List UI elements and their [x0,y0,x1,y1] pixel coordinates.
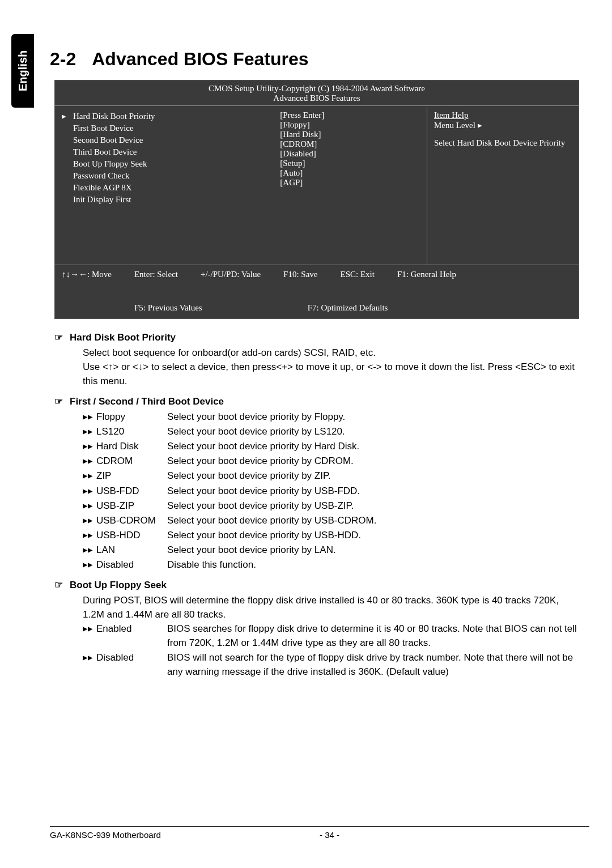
double-arrow-icon: ▸▸ [83,484,96,498]
footer-page-number: - 34 - [320,830,589,840]
option-row: ▸▸USB-ZIPSelect your boot device priorit… [83,499,579,513]
help-text: Select Hard Disk Boot Device Priority [434,138,572,148]
option-name: Disabled [96,650,167,665]
section-boot-up-floppy: ☞ Boot Up Floppy Seek During POST, BIOS … [54,578,579,679]
option-row: ▸▸USB-FDDSelect your boot device priorit… [83,484,579,498]
menu-level: Menu Level▸ [434,120,572,130]
option-desc: Select your boot device priority by ZIP. [167,469,579,483]
bios-copyright: CMOS Setup Utility-Copyright (C) 1984-20… [55,84,579,93]
bios-header: CMOS Setup Utility-Copyright (C) 1984-20… [55,80,579,106]
footer-value: +/-/PU/PD: Value [201,270,261,279]
option-row: ▸▸EnabledBIOS searches for floppy disk d… [83,622,579,650]
language-tab: English [11,34,34,108]
double-arrow-icon: ▸▸ [83,558,96,572]
item-help-title: Item Help [434,110,572,120]
footer-help: F1: General Help [397,270,456,279]
option-desc: Select your boot device priority by USB-… [167,499,579,513]
double-arrow-icon: ▸▸ [83,513,96,527]
option-name: USB-HDD [96,528,167,542]
option-name: CDROM [96,454,167,468]
double-arrow-icon: ▸▸ [83,439,96,453]
bios-item: Init Display First [62,194,273,206]
option-list: ▸▸EnabledBIOS searches for floppy disk d… [83,622,579,679]
section-body: Select boot sequence for onboard(or add-… [83,346,579,388]
bios-item-value: [Auto] [280,168,427,178]
option-desc: Select your boot device priority by LAN. [167,543,579,557]
bios-item-value: [CDROM] [280,139,427,149]
bios-mid-column: [Press Enter] [Floppy] [Hard Disk] [CDRO… [280,106,427,265]
chevron-right-icon: ▸ [478,120,482,130]
option-desc: BIOS will not search for the type of flo… [167,650,579,679]
option-desc: Select your boot device priority by Flop… [167,410,579,424]
option-name: Hard Disk [96,439,167,453]
option-name: ZIP [96,469,167,483]
bios-subtitle: Advanced BIOS Features [55,93,579,103]
option-name: LS120 [96,424,167,439]
section-hard-disk-boot: ☞ Hard Disk Boot Priority Select boot se… [54,330,579,389]
option-desc: Select your boot device priority by LS12… [167,424,579,439]
bios-help-column: Item Help Menu Level▸ Select Hard Disk B… [427,106,579,265]
option-row: ▸▸DisabledDisable this function. [83,558,579,572]
footer-move: ↑↓→←: Move [62,270,112,279]
option-desc: BIOS searches for floppy disk drive to d… [167,622,579,650]
option-row: ▸▸DisabledBIOS will not search for the t… [83,650,579,679]
option-row: ▸▸FloppySelect your boot device priority… [83,410,579,424]
option-desc: Select your boot device priority by Hard… [167,439,579,453]
bios-item: ▸Hard Disk Boot Priority [62,110,273,122]
bios-item-label: Flexible AGP 8X [73,182,132,194]
explanations: ☞ Hard Disk Boot Priority Select boot se… [54,330,579,679]
bios-footer: ↑↓→←: Move Enter: Select +/-/PU/PD: Valu… [55,265,579,318]
section-heading: 2-2 Advanced BIOS Features [50,49,589,70]
bios-screenshot: CMOS Setup Utility-Copyright (C) 1984-20… [54,80,579,319]
bios-item: Second Boot Device [62,134,273,146]
option-row: ▸▸ZIPSelect your boot device priority by… [83,469,579,483]
footer-esc: ESC: Exit [341,270,375,279]
double-arrow-icon: ▸▸ [83,424,96,439]
section-title: First / Second / Third Boot Device [70,394,224,409]
double-arrow-icon: ▸▸ [83,543,96,557]
option-name: Floppy [96,410,167,424]
page-content: 2-2 Advanced BIOS Features CMOS Setup Ut… [50,49,589,685]
pointer-icon: ▸ [62,110,69,122]
option-row: ▸▸Hard DiskSelect your boot device prior… [83,439,579,453]
bios-item-value: [Floppy] [280,120,427,130]
footer-defaults: F7: Optimized Defaults [308,303,388,313]
paragraph: Select boot sequence for onboard(or add-… [83,346,579,360]
option-list: ▸▸FloppySelect your boot device priority… [83,410,579,572]
option-name: Enabled [96,622,167,636]
bios-item-label: Second Boot Device [73,134,143,146]
heading-number: 2-2 [50,49,76,70]
double-arrow-icon: ▸▸ [83,469,96,483]
bios-item-value: [Hard Disk] [280,130,427,139]
option-row: ▸▸USB-HDDSelect your boot device priorit… [83,528,579,542]
double-arrow-icon: ▸▸ [83,622,96,636]
option-name: Disabled [96,558,167,572]
double-arrow-icon: ▸▸ [83,454,96,468]
option-row: ▸▸LS120Select your boot device priority … [83,424,579,439]
heading-title: Advanced BIOS Features [92,49,308,70]
double-arrow-icon: ▸▸ [83,528,96,542]
bios-item-label: Init Display First [73,194,131,206]
option-name: LAN [96,543,167,557]
option-desc: Select your boot device priority by CDRO… [167,454,579,468]
footer-save: F10: Save [283,270,317,279]
option-row: ▸▸USB-CDROMSelect your boot device prior… [83,513,579,527]
bios-item-label: Hard Disk Boot Priority [73,110,155,122]
double-arrow-icon: ▸▸ [83,650,96,665]
bios-item: Boot Up Floppy Seek [62,158,273,170]
option-row: ▸▸LANSelect your boot device priority by… [83,543,579,557]
section-title: Hard Disk Boot Priority [70,330,176,344]
footer-prev: F5: Previous Values [134,303,202,313]
option-desc: Disable this function. [167,558,579,572]
bios-item: Third Boot Device [62,146,273,158]
option-name: USB-FDD [96,484,167,498]
hand-pointer-icon: ☞ [54,330,63,344]
bios-item: Password Check [62,170,273,182]
option-name: USB-ZIP [96,499,167,513]
paragraph: Use <↑> or <↓> to select a device, then … [83,360,579,388]
bios-item-label: Third Boot Device [73,146,137,158]
option-name: USB-CDROM [96,513,167,527]
double-arrow-icon: ▸▸ [83,499,96,513]
double-arrow-icon: ▸▸ [83,410,96,424]
paragraph: During POST, BIOS will determine the flo… [83,593,579,622]
